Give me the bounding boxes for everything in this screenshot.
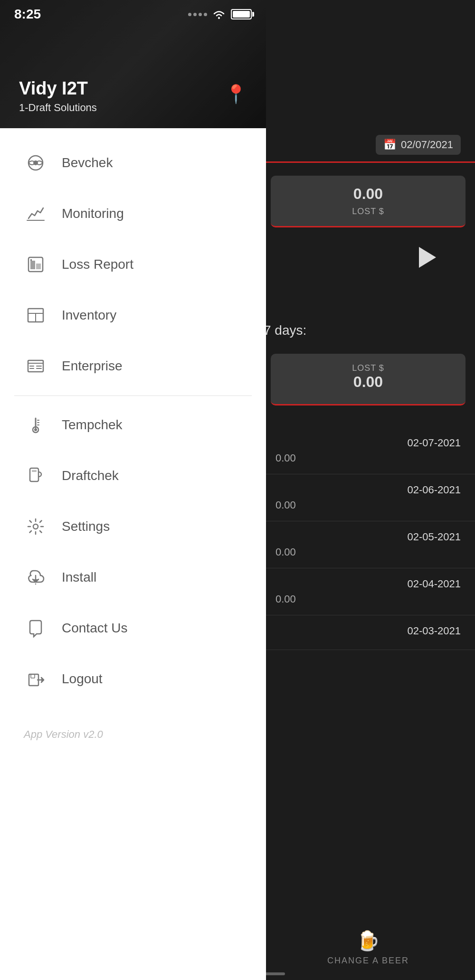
date-text: 02/07/2021 — [401, 139, 453, 151]
sidebar-header-info: Vidy I2T 1-Draft Solutions — [19, 78, 97, 114]
red-divider — [261, 161, 475, 163]
battery-fill — [233, 11, 250, 18]
svg-rect-5 — [36, 264, 41, 269]
logout-icon — [24, 667, 48, 691]
daily-entry[interactable]: 02-03-2021 — [261, 615, 475, 650]
daily-entry[interactable]: 02-07-20210.00 — [261, 427, 475, 474]
sidebar-item-label-bevchek: Bevchek — [62, 155, 113, 170]
daily-entry[interactable]: 02-06-20210.00 — [261, 474, 475, 521]
sidebar-app-title: Vidy I2T — [19, 78, 97, 99]
sidebar-item-label-logout: Logout — [62, 671, 103, 687]
sidebar-item-label-settings: Settings — [62, 519, 110, 534]
draftchek-icon — [24, 464, 48, 488]
app-version: App Version v2.0 — [0, 714, 266, 755]
sidebar-item-logout[interactable]: Logout — [0, 654, 266, 705]
daily-date: 02-03-2021 — [276, 625, 461, 637]
sidebar-app-subtitle: 1-Draft Solutions — [19, 102, 97, 114]
sidebar-item-label-tempchek: Tempchek — [62, 417, 123, 433]
dot-1 — [188, 13, 191, 16]
sidebar-item-label-draftchek: Draftchek — [62, 468, 119, 483]
sidebar-item-install[interactable]: Install — [0, 552, 266, 603]
sidebar-header: 8:25 — [0, 0, 266, 128]
contact-us-icon — [24, 616, 48, 640]
sidebar-item-settings[interactable]: Settings — [0, 501, 266, 552]
sidebar-item-enterprise[interactable]: Enterprise — [0, 341, 266, 392]
daily-value: 0.00 — [276, 546, 461, 558]
stat-label-7days-lost: LOST $ — [278, 363, 458, 373]
svg-rect-4 — [30, 261, 35, 269]
sidebar-item-bevchek[interactable]: Bevchek — [0, 138, 266, 188]
daily-entry[interactable]: 02-05-20210.00 — [261, 521, 475, 568]
daily-value: 0.00 — [276, 452, 461, 464]
sidebar-item-loss-report[interactable]: Loss Report — [0, 239, 266, 290]
sidebar-location-pin[interactable]: 📍 — [225, 84, 247, 104]
sidebar-item-label-install: Install — [62, 570, 96, 585]
dot-3 — [199, 13, 202, 16]
sidebar-item-label-enterprise: Enterprise — [62, 358, 123, 374]
status-icons — [188, 9, 252, 19]
beer-mug-icon: 🍺 — [356, 930, 380, 952]
sidebar-item-label-inventory: Inventory — [62, 308, 116, 323]
date-bar: 📅 02/07/2021 — [261, 128, 475, 161]
stat-label-lost: LOST $ — [278, 207, 458, 217]
dot-4 — [204, 13, 207, 16]
wifi-icon — [212, 9, 226, 19]
status-time: 8:25 — [14, 7, 41, 22]
play-button[interactable] — [419, 247, 436, 268]
sidebar-drawer: 8:25 — [0, 0, 266, 980]
enterprise-icon — [24, 354, 48, 378]
sidebar-item-label-loss-report: Loss Report — [62, 257, 133, 272]
svg-point-19 — [33, 524, 38, 529]
daily-date: 02-05-2021 — [276, 531, 461, 543]
sidebar-status-bar: 8:25 — [0, 0, 266, 28]
sidebar-item-label-contact-us: Contact Us — [62, 621, 128, 636]
stat-value-lost: 0.00 — [278, 185, 458, 203]
daily-entries: 02-07-20210.0002-06-20210.0002-05-20210.… — [261, 427, 475, 650]
svg-point-0 — [218, 17, 220, 19]
daily-date: 02-04-2021 — [276, 578, 461, 590]
settings-icon — [24, 515, 48, 538]
date-badge[interactable]: 📅 02/07/2021 — [376, 135, 461, 155]
daily-value: 0.00 — [276, 499, 461, 511]
sidebar-item-inventory[interactable]: Inventory — [0, 290, 266, 341]
menu-separator — [14, 396, 252, 396]
daily-date: 02-06-2021 — [276, 484, 461, 496]
stat-card-7days-lost[interactable]: LOST $ 0.00 — [271, 354, 466, 405]
sidebar-item-tempchek[interactable]: Tempchek — [0, 400, 266, 451]
daily-value: 0.00 — [276, 593, 461, 605]
bevchek-icon — [24, 151, 48, 175]
sidebar-item-label-monitoring: Monitoring — [62, 206, 124, 221]
sidebar-item-monitoring[interactable]: Monitoring — [0, 188, 266, 239]
inventory-icon — [24, 303, 48, 327]
seven-days-label: 7 days: — [264, 323, 306, 338]
monitoring-icon — [24, 202, 48, 226]
install-icon — [24, 565, 48, 589]
sidebar-item-contact-us[interactable]: Contact Us — [0, 603, 266, 654]
dot-2 — [193, 13, 197, 16]
change-beer-label: CHANGE A BEER — [327, 956, 409, 966]
svg-rect-18 — [32, 470, 37, 472]
svg-point-13 — [34, 428, 37, 431]
svg-rect-6 — [30, 259, 32, 261]
daily-date: 02-07-2021 — [276, 437, 461, 449]
sidebar-item-draftchek[interactable]: Draftchek — [0, 451, 266, 501]
stat-card-lost[interactable]: 0.00 LOST $ — [271, 176, 466, 227]
stats-today-row: 0.00 LOST $ — [261, 169, 475, 235]
daily-entry[interactable]: 02-04-20210.00 — [261, 568, 475, 615]
battery-icon — [231, 9, 252, 19]
play-area[interactable] — [380, 247, 475, 268]
menu-list: BevchekMonitoringLoss ReportInventoryEnt… — [0, 128, 266, 714]
loss-report-icon — [24, 253, 48, 276]
signal-dots — [188, 13, 207, 16]
stats-7days-row: LOST $ 0.00 — [261, 347, 475, 413]
tempchek-icon — [24, 413, 48, 437]
bottom-bar[interactable]: 🍺 CHANGE A BEER — [261, 930, 475, 966]
calendar-icon: 📅 — [383, 139, 396, 151]
stat-value-7days-lost: 0.00 — [278, 373, 458, 391]
